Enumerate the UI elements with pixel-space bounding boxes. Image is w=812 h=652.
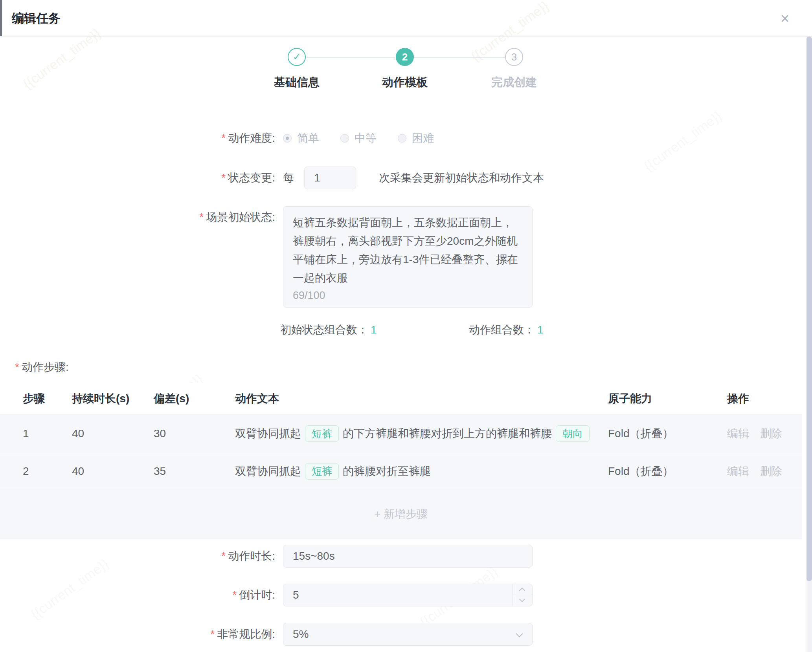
chevron-up-icon xyxy=(519,588,525,594)
number-stepper xyxy=(513,584,532,606)
state-change-prefix: 每 xyxy=(283,170,294,185)
cell-duration: 40 xyxy=(72,453,84,489)
col-offset: 偏差(s) xyxy=(154,383,189,414)
initial-state-textarea[interactable]: 短裤五条数据背面朝上，五条数据正面朝上，裤腰朝右，离头部视野下方至少20cm之外… xyxy=(283,206,533,308)
table-header: 步骤 持续时长(s) 偏差(s) 动作文本 原子能力 操作 xyxy=(0,383,802,414)
action-combo-count: 动作组合数：1 xyxy=(469,322,544,338)
unusual-ratio-label: *非常规比例: xyxy=(0,623,275,646)
col-action-text: 动作文本 xyxy=(235,383,279,414)
stepper-connector xyxy=(414,57,505,58)
chevron-down-icon xyxy=(516,630,523,637)
close-icon[interactable]: × xyxy=(777,10,793,27)
state-change-label: *状态变更: xyxy=(0,167,275,189)
radio-icon[interactable] xyxy=(340,134,349,143)
radio-icon[interactable] xyxy=(398,134,406,143)
col-duration: 持续时长(s) xyxy=(72,383,129,414)
required-mark: * xyxy=(15,361,19,373)
table-body: 1 40 30 双臂协同抓起 短裤 的下方裤腿和裤腰对折到上方的裤腿和裤腰 朝向… xyxy=(0,414,802,539)
dialog-title: 编辑任务 xyxy=(12,0,61,37)
left-edge-artifact xyxy=(0,0,2,36)
initial-state-combo-count: 初始状态组合数：1 xyxy=(280,322,377,338)
cell-duration: 40 xyxy=(72,414,84,453)
action-steps-label: *动作步骤: xyxy=(15,359,69,375)
col-step: 步骤 xyxy=(23,383,45,414)
edit-task-dialog: {{current_time}} {{current_time}} {{curr… xyxy=(0,0,812,652)
cell-offset: 30 xyxy=(154,414,166,453)
required-mark: * xyxy=(199,211,204,223)
cell-offset: 35 xyxy=(154,453,166,489)
orientation-tag: 朝向 xyxy=(556,425,590,442)
required-mark: * xyxy=(221,172,226,184)
unusual-ratio-select[interactable]: 5% xyxy=(283,623,533,646)
cell-operations: 编辑 删除 xyxy=(727,414,782,453)
object-tag: 短裤 xyxy=(305,463,339,480)
initial-state-text: 短裤五条数据背面朝上，五条数据正面朝上，裤腰朝右，离头部视野下方至少20cm之外… xyxy=(293,213,523,287)
dialog-header: 编辑任务 × xyxy=(0,0,812,37)
duration-label: *动作时长: xyxy=(0,545,275,568)
state-change-input[interactable] xyxy=(304,167,356,189)
stepper-connector xyxy=(307,57,395,58)
step-label-action-template: 动作模板 xyxy=(358,75,452,90)
required-mark: * xyxy=(210,628,215,640)
stepper-decrease-button[interactable] xyxy=(513,595,532,606)
char-counter: 69/100 xyxy=(293,289,325,302)
combo-value: 1 xyxy=(537,324,544,336)
step-1-circle-check-icon: ✓ xyxy=(288,48,306,66)
duration-input[interactable] xyxy=(283,545,533,568)
add-step-button[interactable]: + 新增步骤 xyxy=(0,489,802,539)
cell-step: 1 xyxy=(23,414,29,453)
cell-ability: Fold（折叠） xyxy=(608,453,673,489)
col-operations: 操作 xyxy=(727,383,749,414)
radio-label: 中等 xyxy=(355,131,377,146)
step-label-complete-creation: 完成创建 xyxy=(467,75,561,90)
state-change-row: 每 次采集会更新初始状态和动作文本 xyxy=(283,167,544,189)
chevron-down-icon xyxy=(519,596,525,603)
countdown-value: 5 xyxy=(293,584,299,606)
countdown-label: *倒计时: xyxy=(0,584,275,606)
combo-value: 1 xyxy=(371,324,377,336)
step-label-basic-info: 基础信息 xyxy=(250,75,344,90)
radio-label: 简单 xyxy=(297,131,319,146)
radio-icon[interactable] xyxy=(283,134,292,143)
cell-action-text: 双臂协同抓起 短裤 的下方裤腿和裤腰对折到上方的裤腿和裤腰 朝向 xyxy=(235,414,593,453)
difficulty-label: *动作难度: xyxy=(0,130,275,147)
difficulty-radio-group: 简单 中等 困难 xyxy=(283,130,434,147)
state-change-suffix: 次采集会更新初始状态和动作文本 xyxy=(379,170,544,185)
countdown-input[interactable]: 5 xyxy=(283,584,533,606)
edit-link[interactable]: 编辑 xyxy=(727,464,749,479)
object-tag: 短裤 xyxy=(305,425,339,442)
radio-option-hard[interactable]: 困难 xyxy=(398,131,434,146)
watermark-text: {{current_time}} xyxy=(641,108,725,174)
edit-link[interactable]: 编辑 xyxy=(727,426,749,441)
required-mark: * xyxy=(232,589,237,601)
required-mark: * xyxy=(221,550,226,562)
delete-link[interactable]: 删除 xyxy=(760,426,782,441)
step-2-circle: 2 xyxy=(396,48,414,66)
table-row: 2 40 35 双臂协同抓起 短裤 的裤腰对折至裤腿 Fold（折叠） 编辑 删… xyxy=(0,453,802,489)
cell-step: 2 xyxy=(23,453,29,489)
stepper-increase-button[interactable] xyxy=(513,584,532,595)
initial-state-label: *场景初始状态: xyxy=(0,207,275,227)
cell-ability: Fold（折叠） xyxy=(608,414,673,453)
required-mark: * xyxy=(221,132,226,144)
radio-option-simple[interactable]: 简单 xyxy=(283,131,319,146)
radio-option-medium[interactable]: 中等 xyxy=(340,131,377,146)
cell-operations: 编辑 删除 xyxy=(727,453,782,489)
delete-link[interactable]: 删除 xyxy=(760,464,782,479)
unusual-ratio-value: 5% xyxy=(293,623,309,645)
cell-action-text: 双臂协同抓起 短裤 的裤腰对折至裤腿 xyxy=(235,453,431,489)
step-3-circle: 3 xyxy=(505,48,523,66)
scrollbar-thumb[interactable] xyxy=(806,37,812,581)
table-row: 1 40 30 双臂协同抓起 短裤 的下方裤腿和裤腰对折到上方的裤腿和裤腰 朝向… xyxy=(0,414,802,453)
radio-label: 困难 xyxy=(412,131,434,146)
col-ability: 原子能力 xyxy=(608,383,652,414)
